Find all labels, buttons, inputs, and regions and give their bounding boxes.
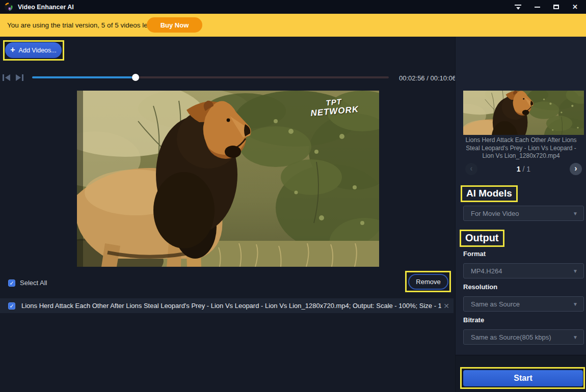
close-button[interactable]: ✕ bbox=[572, 4, 578, 10]
progress-thumb[interactable] bbox=[132, 74, 139, 81]
trial-banner: You are using the trial version, 5 of 5 … bbox=[0, 14, 586, 37]
item-checkbox[interactable]: ✓ bbox=[8, 302, 15, 310]
format-label: Format bbox=[463, 250, 486, 258]
bitrate-dropdown[interactable]: Same as Source(805 kbps) ▼ bbox=[463, 329, 584, 345]
output-heading: Output bbox=[465, 232, 499, 243]
check-icon: ✓ bbox=[9, 303, 14, 309]
highlight-box-ai-models: AI Models bbox=[461, 185, 518, 202]
resolution-value: Same as Source bbox=[471, 300, 573, 308]
video-enhancer-window: Video Enhancer AI ✕ You are using the tr… bbox=[0, 0, 586, 392]
plus-icon: + bbox=[10, 46, 15, 54]
page-current: 1 bbox=[517, 165, 521, 173]
app-menu-icon[interactable] bbox=[515, 5, 521, 10]
bitrate-value: Same as Source(805 kbps) bbox=[471, 333, 573, 341]
chevron-down-icon: ▼ bbox=[573, 211, 578, 216]
ai-models-heading: AI Models bbox=[466, 188, 512, 199]
select-all-row: ✓ Select All bbox=[8, 279, 47, 287]
resolution-dropdown[interactable]: Same as Source ▼ bbox=[463, 296, 584, 312]
format-dropdown[interactable]: MP4.H264 ▼ bbox=[463, 263, 584, 278]
previous-frame-button[interactable] bbox=[2, 73, 12, 82]
format-value: MP4.H264 bbox=[471, 267, 573, 275]
buy-now-button[interactable]: Buy Now bbox=[147, 17, 202, 33]
select-all-label: Select All bbox=[20, 279, 47, 287]
video-filename: Lions Herd Attack Each Other After Lions… bbox=[460, 136, 582, 160]
video-frame-lion bbox=[77, 91, 379, 267]
chevron-down-icon: ▼ bbox=[573, 334, 578, 340]
page-total: / 1 bbox=[521, 165, 530, 173]
ai-model-value: For Movie Video bbox=[471, 210, 573, 217]
select-all-checkbox[interactable]: ✓ bbox=[8, 279, 15, 287]
add-videos-button[interactable]: + Add Videos... bbox=[5, 42, 62, 58]
titlebar: Video Enhancer AI ✕ bbox=[0, 0, 586, 14]
timeline-slider[interactable] bbox=[32, 76, 389, 78]
chevron-down-icon: ▼ bbox=[573, 268, 578, 274]
video-list-item[interactable]: ✓ Lions Herd Attack Each Other After Lio… bbox=[0, 298, 454, 313]
pagination: 1 / 1 ‹ › bbox=[463, 163, 584, 176]
chevron-left-icon: ‹ bbox=[470, 164, 472, 173]
item-description: Lions Herd Attack Each Other After Lions… bbox=[21, 302, 441, 310]
remove-button[interactable]: Remove bbox=[408, 274, 448, 290]
chevron-down-icon: ▼ bbox=[573, 301, 578, 307]
video-preview-canvas: TPT NETWORK bbox=[77, 91, 379, 267]
page-indicator: 1 / 1 bbox=[463, 165, 584, 173]
resolution-label: Resolution bbox=[463, 283, 497, 291]
highlight-box-output: Output bbox=[460, 230, 504, 247]
next-frame-button[interactable] bbox=[15, 73, 25, 82]
video-thumbnail[interactable] bbox=[463, 91, 584, 135]
add-videos-label: Add Videos... bbox=[19, 47, 57, 54]
chevron-right-icon: › bbox=[574, 164, 577, 173]
app-logo-icon bbox=[4, 3, 13, 11]
progress-fill bbox=[32, 76, 136, 78]
time-display: 00:02:56 / 00:10:06 bbox=[399, 74, 456, 82]
maximize-button[interactable] bbox=[553, 5, 559, 9]
page-next-button[interactable]: › bbox=[570, 163, 582, 175]
thumbnail-lion-image bbox=[463, 91, 584, 135]
start-button[interactable]: Start bbox=[463, 370, 583, 386]
remove-item-icon[interactable]: ✕ bbox=[443, 302, 449, 310]
skip-forward-icon bbox=[15, 74, 24, 81]
bitrate-label: Bitrate bbox=[463, 316, 484, 324]
trial-message: You are using the trial version, 5 of 5 … bbox=[7, 21, 153, 29]
minimize-button[interactable] bbox=[535, 7, 540, 8]
skip-back-icon bbox=[2, 74, 11, 81]
page-prev-button[interactable]: ‹ bbox=[465, 163, 477, 175]
window-title: Video Enhancer AI bbox=[18, 4, 74, 11]
check-icon: ✓ bbox=[9, 280, 14, 286]
sidebar-panel: Lions Herd Attack Each Other After Lions… bbox=[455, 37, 586, 392]
ai-model-dropdown[interactable]: For Movie Video ▼ bbox=[463, 206, 584, 221]
